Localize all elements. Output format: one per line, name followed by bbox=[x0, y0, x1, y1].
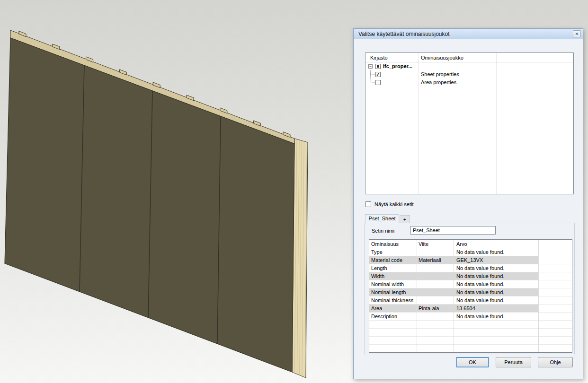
tree-col-propertyset: Ominaisuusjoukko bbox=[421, 55, 463, 61]
property-row[interactable]: LengthNo data value found. bbox=[369, 264, 572, 272]
tree-item[interactable]: Area properties bbox=[365, 78, 573, 87]
property-name: Width bbox=[371, 273, 416, 279]
property-value: No data value found. bbox=[456, 265, 537, 271]
property-name: Description bbox=[371, 313, 416, 319]
empty-row bbox=[369, 321, 572, 329]
checkbox-icon[interactable] bbox=[365, 201, 371, 207]
property-value: No data value found. bbox=[456, 281, 537, 287]
property-row[interactable]: AreaPinta-ala13.6504 bbox=[369, 305, 572, 313]
model-viewport[interactable] bbox=[0, 0, 353, 383]
property-table[interactable]: Ominaisuus Viite Arvo TypeNo data value … bbox=[369, 239, 572, 353]
tree-item-checkbox[interactable]: ✓ bbox=[375, 72, 381, 77]
empty-row bbox=[369, 345, 572, 353]
set-name-label: Setin nimi bbox=[372, 228, 394, 234]
property-name: Length bbox=[371, 265, 416, 271]
show-all-sets-label: Näytä kaikki setit bbox=[374, 201, 414, 207]
tree-col-library: Kirjasto bbox=[370, 55, 388, 61]
dialog-title: Valitse käytettävät ominaisuusjoukot bbox=[358, 31, 450, 37]
property-table-body: TypeNo data value found.Material codeMat… bbox=[369, 248, 572, 353]
tree-item-label: Area properties bbox=[421, 79, 456, 85]
tree-item-checkbox[interactable] bbox=[375, 80, 381, 85]
empty-row bbox=[369, 329, 572, 337]
property-row[interactable]: Nominal lengthNo data value found. bbox=[369, 288, 572, 296]
property-value: GEK_13VX bbox=[456, 257, 537, 263]
property-name: Nominal width bbox=[371, 281, 416, 287]
tree-root-label: ifc_proper... bbox=[383, 63, 412, 69]
table-column-divider bbox=[538, 240, 539, 352]
ok-button[interactable]: OK bbox=[456, 357, 489, 367]
property-value: 13.6504 bbox=[456, 305, 537, 311]
cancel-button[interactable]: Peruuta bbox=[496, 357, 531, 367]
col-property: Ominaisuus bbox=[371, 241, 399, 247]
tree-root-checkbox[interactable] bbox=[375, 64, 381, 69]
tree-item-label: Sheet properties bbox=[421, 71, 459, 77]
wall-panel-model bbox=[0, 0, 353, 383]
col-value: Arvo bbox=[456, 241, 467, 247]
set-name-input[interactable] bbox=[410, 226, 496, 235]
tree-header: Kirjasto Ominaisuusjoukko bbox=[365, 53, 573, 62]
property-value: No data value found. bbox=[456, 289, 537, 295]
help-button[interactable]: Ohje bbox=[538, 357, 573, 367]
property-name: Area bbox=[371, 305, 416, 311]
property-row[interactable]: Nominal thicknessNo data value found. bbox=[369, 296, 572, 305]
property-name: Nominal thickness bbox=[371, 297, 416, 303]
property-name: Type bbox=[371, 249, 416, 255]
tab-pset-sheet[interactable]: Pset_Sheet bbox=[365, 214, 399, 223]
property-value: No data value found. bbox=[456, 273, 537, 279]
property-set-dialog: Valitse käytettävät ominaisuusjoukot ✕ K… bbox=[353, 28, 583, 379]
table-header: Ominaisuus Viite Arvo bbox=[369, 240, 572, 248]
col-reference: Viite bbox=[419, 241, 428, 247]
empty-row bbox=[369, 337, 572, 345]
property-name: Material code bbox=[371, 257, 416, 263]
property-row[interactable]: WidthNo data value found. bbox=[369, 272, 572, 280]
property-ref: Materiaali bbox=[419, 257, 453, 263]
table-column-divider bbox=[454, 240, 454, 352]
property-row[interactable]: Nominal widthNo data value found. bbox=[369, 280, 572, 288]
property-row[interactable]: Material codeMateriaaliGEK_13VX bbox=[369, 256, 572, 264]
tab-add[interactable]: + bbox=[400, 215, 410, 223]
table-column-divider bbox=[417, 240, 417, 352]
property-row[interactable]: DescriptionNo data value found. bbox=[369, 313, 572, 321]
dialog-titlebar[interactable]: Valitse käytettävät ominaisuusjoukot ✕ bbox=[354, 29, 583, 39]
close-icon[interactable]: ✕ bbox=[573, 30, 581, 37]
tree-root-row[interactable]: − ifc_proper... bbox=[365, 62, 573, 70]
property-name: Nominal length bbox=[371, 289, 416, 295]
property-value: No data value found. bbox=[456, 249, 537, 255]
collapse-icon[interactable]: − bbox=[368, 64, 373, 69]
property-value: No data value found. bbox=[456, 313, 537, 319]
property-set-tree[interactable]: Kirjasto Ominaisuusjoukko − ifc_proper..… bbox=[365, 52, 574, 194]
property-value: No data value found. bbox=[456, 297, 537, 303]
tree-item[interactable]: ✓Sheet properties bbox=[365, 70, 573, 78]
mixed-state-fill bbox=[377, 65, 379, 68]
property-ref: Pinta-ala bbox=[419, 305, 453, 311]
property-row[interactable]: TypeNo data value found. bbox=[369, 248, 572, 256]
